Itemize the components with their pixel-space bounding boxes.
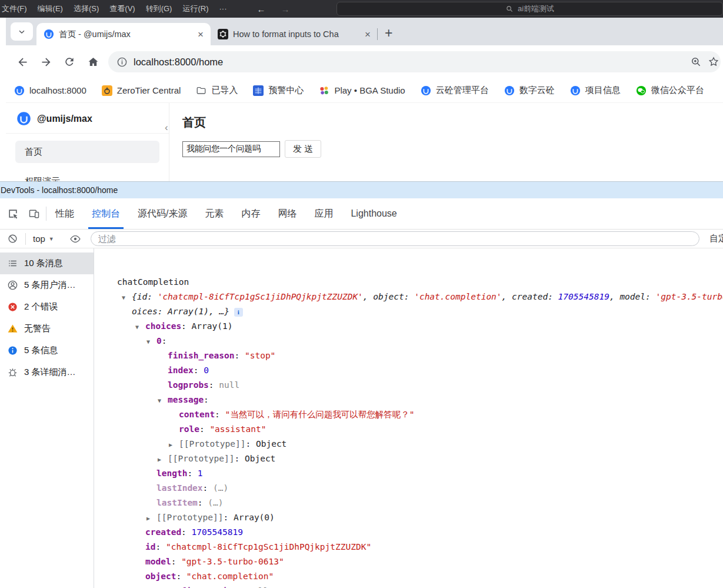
console-filter-item[interactable]: 3 条详细消… <box>0 361 94 383</box>
console-token: "assistant" <box>209 424 266 434</box>
console-token: choices <box>145 321 181 331</box>
devtools-tab[interactable]: 性能 <box>46 198 83 229</box>
tab-search-button[interactable] <box>11 22 33 41</box>
bookmark-item[interactable]: 数字云砼 <box>504 85 555 96</box>
console-token: : <box>209 380 219 390</box>
device-toolbar-icon[interactable] <box>28 208 40 220</box>
log-levels-dropdown[interactable]: 自定 <box>709 233 723 244</box>
new-tab-button[interactable]: + <box>385 26 392 40</box>
bookmark-label: 云砼管理平台 <box>436 85 489 96</box>
console-token: : <box>203 483 213 493</box>
console-token: length <box>156 469 187 478</box>
console-token: : <box>155 542 165 552</box>
bookmark-star-icon[interactable] <box>708 56 719 68</box>
bookmark-item[interactable]: localhost:8000 <box>14 85 86 96</box>
console-token: [[Prototype]] <box>168 454 235 463</box>
vscode-search-box[interactable]: ai前端测试 <box>336 2 723 16</box>
console-token: "chat.completion" <box>186 572 274 581</box>
console-token: (…) <box>213 483 228 493</box>
reload-icon[interactable] <box>58 50 81 74</box>
menubar-item[interactable]: 文件(F) <box>0 0 32 18</box>
tab-strip: 首页 - @umijs/max×How to format inputs to … <box>6 18 723 45</box>
devtools-tab[interactable]: 源代码/来源 <box>129 198 196 229</box>
bookmark-item[interactable]: 项目信息 <box>570 85 621 96</box>
bga-favicon-icon <box>319 85 329 96</box>
console-filter-item[interactable]: 5 条信息 <box>0 340 94 361</box>
console-filter-item[interactable]: 5 条用户消… <box>0 274 94 296</box>
umi-logo-icon <box>16 111 31 126</box>
context-selector[interactable]: top ▼ <box>33 234 54 244</box>
address-bar[interactable]: localhost:8000/home <box>108 51 721 72</box>
menubar-item[interactable]: 查看(V) <box>104 0 140 18</box>
page-info-icon[interactable] <box>116 57 128 68</box>
live-expression-icon[interactable] <box>69 233 81 245</box>
vscode-forward-icon[interactable]: → <box>281 4 289 14</box>
console-token: id <box>145 542 155 552</box>
forward-icon[interactable] <box>34 50 58 74</box>
bookmark-label: 预警中心 <box>268 85 304 96</box>
expander-icon[interactable]: ▶ <box>169 437 179 452</box>
menubar-item[interactable]: ··· <box>214 0 232 18</box>
clear-console-icon[interactable] <box>7 233 18 244</box>
console-token: 'gpt-3.5-turbo-0613' <box>656 292 723 301</box>
console-line: logprobs: null <box>94 378 723 393</box>
bookmark-item[interactable]: 云砼管理平台 <box>421 85 489 96</box>
console-token: , object: <box>363 292 414 301</box>
console-line: model: "gpt-3.5-turbo-0613" <box>94 554 723 569</box>
bookmark-label: localhost:8000 <box>29 85 86 95</box>
warning-level-icon <box>7 323 18 334</box>
menubar-item[interactable]: 编辑(E) <box>32 0 68 18</box>
expander-icon[interactable]: ▼ <box>135 320 145 334</box>
sidebar-item-permissions[interactable]: 权限演示 <box>15 170 159 181</box>
devtools-tab[interactable]: 应用 <box>305 198 342 229</box>
expander-icon[interactable]: ▼ <box>122 290 132 304</box>
bookmark-item[interactable]: 微信公众平台 <box>636 85 704 96</box>
menubar-item[interactable]: 转到(G) <box>141 0 178 18</box>
send-button[interactable]: 发 送 <box>285 140 321 158</box>
zerotier-favicon-icon <box>102 85 112 96</box>
inspect-element-icon[interactable] <box>7 208 19 220</box>
expander-icon[interactable]: ▼ <box>158 393 168 408</box>
page-title: 首页 <box>182 115 723 131</box>
menubar-item[interactable]: 运行(R) <box>177 0 214 18</box>
console-filter-item[interactable]: 无警告 <box>0 318 94 340</box>
console-filter-label: 3 条详细消… <box>24 367 76 378</box>
sidebar-collapse-icon[interactable]: ‹ <box>165 122 168 134</box>
bookmark-item[interactable]: 已导入 <box>196 85 238 96</box>
sidebar-item-home[interactable]: 首页 <box>15 141 159 163</box>
question-input[interactable] <box>182 141 280 157</box>
console-token: 'chatcmpl-8iCfTcp1gSc1jiDhPQjkpjtZZUZDK' <box>158 292 363 301</box>
vscode-back-icon[interactable]: ← <box>256 4 265 14</box>
browser-tab[interactable]: How to format inputs to Cha× <box>211 23 378 45</box>
zoom-icon[interactable] <box>690 56 702 68</box>
console-token: 0 <box>204 366 209 375</box>
devtools-tab[interactable]: 控制台 <box>83 198 129 229</box>
back-icon[interactable] <box>11 50 34 74</box>
tab-close-icon[interactable]: × <box>195 29 206 39</box>
expander-icon[interactable]: ▶ <box>146 511 156 526</box>
console-filter-item[interactable]: 2 个错误 <box>0 296 94 318</box>
bookmark-item[interactable]: Play • BGA Studio <box>319 85 405 96</box>
expander-icon[interactable]: ▼ <box>146 334 156 349</box>
verbose-level-icon <box>7 367 18 378</box>
console-filter-input[interactable] <box>91 231 699 246</box>
console-token: : <box>235 454 245 463</box>
devtools-tab[interactable]: Lighthouse <box>342 198 405 229</box>
devtools-tab[interactable]: 内存 <box>232 198 269 229</box>
devtools-tab[interactable]: 元素 <box>196 198 232 229</box>
console-filter-item[interactable]: 10 条消息 <box>0 253 94 274</box>
console-filter-label: 5 条信息 <box>24 345 58 356</box>
browser-toolbar: localhost:8000/home <box>6 45 723 78</box>
bookmark-item[interactable]: ZeroTier Central <box>102 85 181 96</box>
console-sidebar: 10 条消息5 条用户消…2 个错误无警告5 条信息3 条详细消… <box>0 248 94 588</box>
menubar-item[interactable]: 选择(S) <box>68 0 104 18</box>
user-level-icon <box>7 280 18 291</box>
bookmark-item[interactable]: 预警中心 <box>253 85 304 96</box>
browser-tab[interactable]: 首页 - @umijs/max× <box>36 23 211 45</box>
devtools-tab[interactable]: 网络 <box>269 198 305 229</box>
tab-close-icon[interactable]: × <box>362 29 373 39</box>
console-line: ▼choices: Array(1) <box>94 319 723 334</box>
home-icon[interactable] <box>81 50 105 74</box>
expander-icon[interactable]: ▶ <box>158 452 168 467</box>
console-token: (…) <box>208 498 223 507</box>
